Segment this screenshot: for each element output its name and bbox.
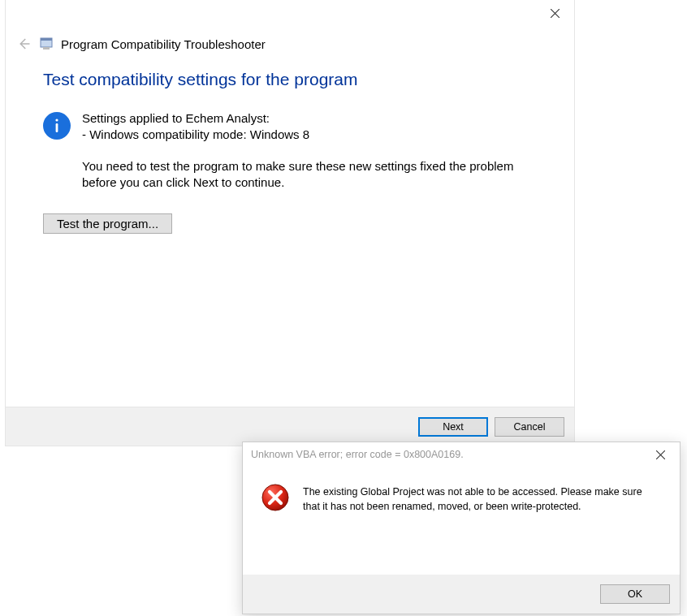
dialog-message: The existing Global Project was not able… (303, 483, 657, 514)
info-line-1: Settings applied to Echem Analyst: (82, 110, 537, 127)
dialog-body: The existing Global Project was not able… (243, 467, 680, 514)
wizard-title: Program Compatibility Troubleshooter (61, 37, 266, 51)
cancel-button[interactable]: Cancel (495, 417, 564, 437)
dialog-title: Unknown VBA error; error code = 0x800A01… (251, 449, 464, 460)
svg-rect-1 (41, 38, 52, 41)
back-arrow-icon[interactable] (14, 34, 33, 54)
wizard-footer: Next Cancel (6, 407, 574, 446)
test-program-button[interactable]: Test the program... (43, 213, 172, 234)
close-icon[interactable] (642, 444, 678, 465)
error-icon (261, 483, 290, 512)
troubleshooter-window: Program Compatibility Troubleshooter Tes… (5, 0, 575, 446)
error-dialog: Unknown VBA error; error code = 0x800A01… (242, 442, 681, 614)
info-line-3: You need to test the program to make sur… (82, 158, 537, 192)
close-icon[interactable] (537, 2, 572, 24)
svg-rect-2 (43, 47, 50, 50)
wizard-titlebar (6, 0, 574, 26)
svg-rect-4 (56, 123, 58, 132)
app-icon (40, 37, 53, 50)
svg-point-3 (55, 118, 58, 121)
wizard-header: Program Compatibility Troubleshooter (6, 26, 574, 70)
next-button[interactable]: Next (418, 417, 488, 437)
dialog-footer: OK (243, 575, 680, 614)
info-row: Settings applied to Echem Analyst: - Win… (43, 110, 537, 191)
info-text: Settings applied to Echem Analyst: - Win… (82, 110, 537, 191)
info-icon (43, 112, 71, 140)
page-heading: Test compatibility settings for the prog… (43, 70, 537, 89)
info-line-2: - Windows compatibility mode: Windows 8 (82, 127, 537, 143)
ok-button[interactable]: OK (600, 584, 670, 604)
dialog-titlebar: Unknown VBA error; error code = 0x800A01… (243, 442, 680, 467)
wizard-body: Test compatibility settings for the prog… (6, 70, 574, 234)
